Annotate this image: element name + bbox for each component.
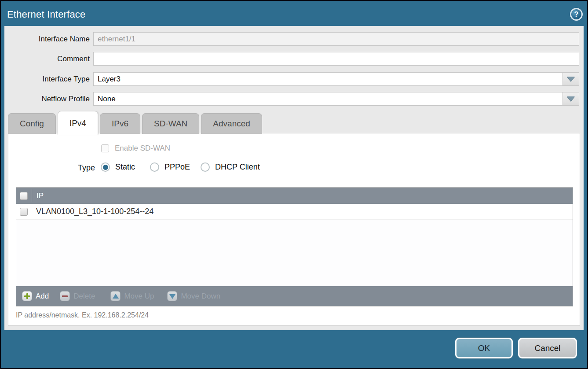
ok-button[interactable]: OK [455, 338, 513, 358]
interface-type-select[interactable]: Layer3 [93, 72, 579, 86]
comment-input[interactable] [98, 52, 579, 65]
tab-config[interactable]: Config [8, 113, 56, 134]
radio-selected-icon [101, 162, 110, 172]
move-up-button[interactable]: Move Up [110, 291, 154, 301]
comment-field-wrap [93, 52, 579, 66]
column-separator [32, 189, 32, 202]
netflow-profile-value: None [98, 95, 116, 103]
tab-ipv6[interactable]: IPv6 [100, 113, 140, 134]
ip-format-hint: IP address/netmask. Ex. 192.168.2.254/24 [16, 311, 149, 319]
type-radio-group: Type Static PPPoE DHCP Client [8, 162, 580, 174]
interface-type-value: Layer3 [98, 75, 121, 84]
interface-type-dropdown-button[interactable] [562, 73, 579, 85]
cancel-button[interactable]: Cancel [518, 338, 577, 358]
arrow-down-icon [167, 291, 177, 301]
netflow-profile-dropdown-button[interactable] [562, 92, 579, 105]
radio-static-label: Static [115, 162, 135, 172]
interface-name-row: Interface Name ethernet1/1 [4, 32, 584, 46]
dialog-title: Ethernet Interface [7, 9, 85, 20]
move-down-button[interactable]: Move Down [167, 291, 220, 301]
interface-type-label: Interface Type [4, 72, 90, 86]
enable-sdwan-row: Enable SD-WAN [101, 144, 170, 153]
tab-strip: Config IPv4 IPv6 SD-WAN Advanced [8, 111, 262, 135]
radio-pppoe[interactable]: PPPoE [150, 162, 190, 172]
ip-table-header: IP [16, 188, 573, 204]
type-label: Type [78, 163, 95, 173]
select-all-checkbox[interactable] [20, 192, 28, 200]
delete-button-label: Delete [73, 292, 95, 301]
radio-pppoe-label: PPPoE [164, 162, 190, 172]
enable-sdwan-checkbox[interactable] [101, 144, 109, 152]
move-down-button-label: Move Down [181, 292, 220, 301]
delete-button[interactable]: Delete [60, 291, 95, 301]
chevron-down-icon [567, 77, 575, 81]
interface-name-field: ethernet1/1 [93, 32, 579, 46]
arrow-up-icon [110, 291, 121, 301]
ipv4-panel: Enable SD-WAN Type Static PPPoE DHCP Cli… [8, 133, 580, 326]
interface-type-row: Interface Type Layer3 [4, 72, 584, 86]
table-toolbar: Add Delete Move Up Move Down [16, 286, 573, 306]
add-button-label: Add [36, 292, 49, 301]
interface-name-label: Interface Name [4, 32, 90, 46]
radio-unselected-icon [201, 162, 210, 172]
ip-column-header: IP [37, 192, 44, 200]
comment-label: Comment [4, 52, 90, 66]
row-ip-value: VLAN0100_L3_10-1-100-254--24 [36, 207, 153, 216]
minus-icon [60, 291, 70, 301]
radio-static[interactable]: Static [101, 162, 135, 172]
move-up-button-label: Move Up [124, 292, 154, 301]
plus-icon [22, 291, 32, 301]
tab-sdwan[interactable]: SD-WAN [142, 113, 199, 134]
tab-ipv4[interactable]: IPv4 [58, 111, 98, 135]
radio-dhcp-client[interactable]: DHCP Client [201, 162, 260, 172]
tab-advanced[interactable]: Advanced [201, 113, 262, 134]
netflow-profile-label: Netflow Profile [4, 92, 90, 106]
ethernet-interface-dialog: Ethernet Interface ? Interface Name ethe… [0, 0, 588, 369]
netflow-profile-select[interactable]: None [93, 92, 579, 106]
enable-sdwan-label: Enable SD-WAN [115, 144, 170, 153]
chevron-down-icon [567, 96, 575, 101]
netflow-profile-row: Netflow Profile None [4, 92, 584, 106]
comment-row: Comment [4, 52, 584, 66]
table-row[interactable]: VLAN0100_L3_10-1-100-254--24 [16, 204, 573, 220]
ip-table: IP VLAN0100_L3_10-1-100-254--24 Add Dele… [16, 187, 573, 306]
add-button[interactable]: Add [22, 291, 49, 301]
radio-unselected-icon [150, 162, 159, 172]
help-icon[interactable]: ? [570, 8, 583, 21]
radio-dhcp-client-label: DHCP Client [215, 162, 260, 172]
row-checkbox[interactable] [20, 208, 28, 216]
